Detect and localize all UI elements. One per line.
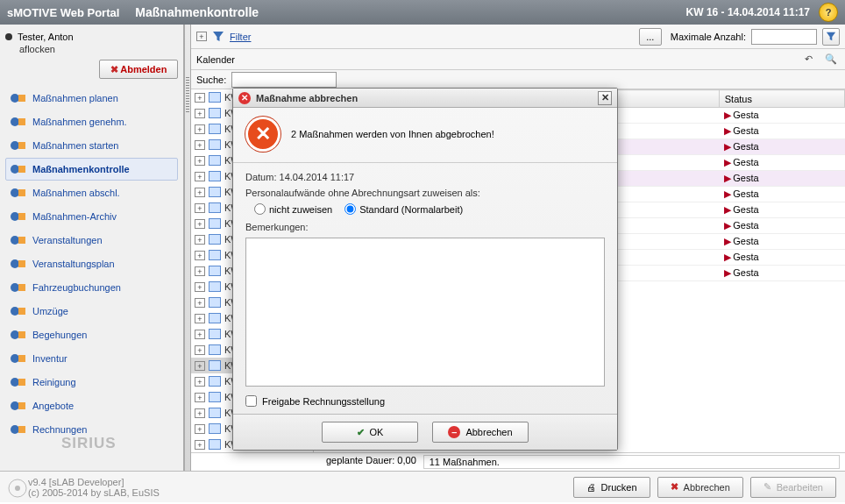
dialog-cancel-button[interactable]: – Abbrechen bbox=[432, 422, 529, 443]
page-title: Maßnahmenkontrolle bbox=[135, 5, 259, 19]
dialog-warning-text: 2 Maßnahmen werden von Ihnen abgebrochen… bbox=[291, 129, 494, 139]
check-icon: ✔ bbox=[357, 427, 365, 438]
radio-nicht-zuweisen[interactable]: nicht zuweisen bbox=[254, 203, 332, 215]
dialog-cancel-label: Abbrechen bbox=[465, 427, 512, 437]
dialog-ok-button[interactable]: ✔ OK bbox=[322, 422, 418, 443]
radio-standard[interactable]: Standard (Normalarbeit) bbox=[344, 203, 463, 215]
help-icon[interactable]: ? bbox=[819, 3, 838, 22]
ok-label: OK bbox=[370, 427, 384, 437]
bemerkungen-label: Bemerkungen: bbox=[245, 222, 605, 232]
minus-icon: – bbox=[448, 426, 460, 438]
radio-std-input[interactable] bbox=[344, 203, 356, 215]
radio-none-label: nicht zuweisen bbox=[269, 204, 332, 215]
radio-none-input[interactable] bbox=[254, 203, 266, 215]
freigabe-checkbox[interactable] bbox=[245, 395, 257, 407]
bemerkungen-input[interactable] bbox=[245, 238, 605, 387]
cancel-measure-dialog: ✕ Maßnahme abbrechen ✕ ✕ 2 Maßnahmen wer… bbox=[232, 88, 618, 451]
warning-icon: ✕ bbox=[245, 117, 280, 152]
dialog-close-button[interactable]: ✕ bbox=[598, 91, 612, 105]
brand-title: sMOTIVE Web Portal bbox=[7, 6, 119, 19]
error-icon: ✕ bbox=[238, 92, 251, 104]
aufwand-label: Personalaufwände ohne Abrechnungsart zuw… bbox=[245, 188, 605, 198]
dialog-title: Maßnahme abbrechen bbox=[256, 93, 358, 103]
dialog-titlebar[interactable]: ✕ Maßnahme abbrechen ✕ bbox=[233, 89, 617, 108]
datum-value: 14.04.2014 11:17 bbox=[280, 172, 355, 182]
freigabe-label: Freigabe Rechnungsstellung bbox=[262, 396, 385, 407]
radio-std-label: Standard (Normalarbeit) bbox=[359, 204, 463, 215]
modal-layer: ✕ Maßnahme abbrechen ✕ ✕ 2 Maßnahmen wer… bbox=[0, 25, 845, 504]
app-header: sMOTIVE Web Portal Maßnahmenkontrolle KW… bbox=[0, 0, 845, 25]
header-datetime: KW 16 - 14.04.2014 11:17 bbox=[686, 6, 810, 18]
datum-label: Datum: bbox=[245, 172, 276, 182]
